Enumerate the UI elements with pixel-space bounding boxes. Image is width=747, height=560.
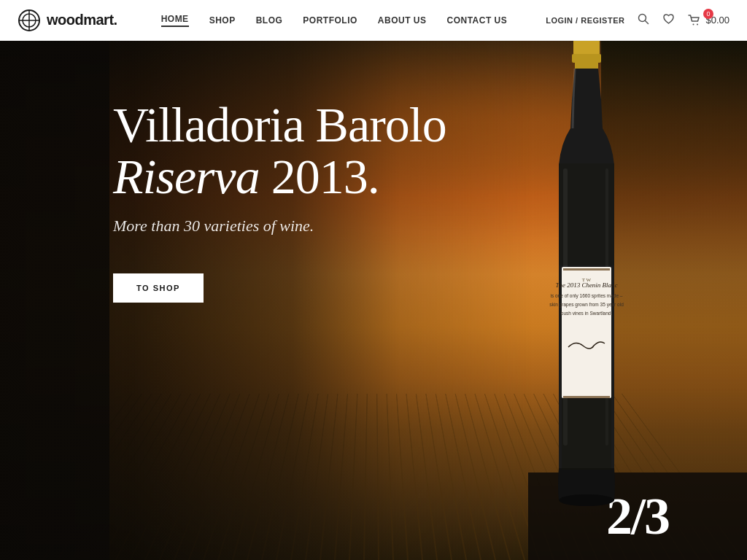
svg-rect-23 bbox=[559, 163, 614, 265]
nav-about[interactable]: ABOUT US bbox=[378, 15, 427, 26]
main-nav: HOME SHOP BLOG PORTFOLIO ABOUT US CONTAC… bbox=[161, 14, 508, 27]
svg-rect-17 bbox=[563, 396, 610, 398]
svg-rect-8 bbox=[573, 41, 600, 55]
hero-subtitle: More than 30 varieties of wine. bbox=[113, 217, 446, 236]
search-icon[interactable] bbox=[638, 13, 649, 28]
cart-button[interactable]: 0 $0.00 bbox=[688, 15, 729, 26]
nav-shop[interactable]: SHOP bbox=[209, 15, 236, 26]
nav-home[interactable]: HOME bbox=[161, 14, 189, 27]
logo-text: woodmart. bbox=[47, 12, 117, 28]
svg-point-6 bbox=[693, 23, 694, 25]
logo-icon bbox=[18, 9, 41, 32]
svg-rect-9 bbox=[572, 54, 601, 63]
hero-title-italic: Riserva bbox=[113, 149, 260, 204]
wine-bottle-svg: The 2013 Chenin Blanc is one of only 166… bbox=[521, 41, 652, 544]
svg-text:bush vines in Swartland.: bush vines in Swartland. bbox=[561, 311, 613, 316]
hero-section: Villadoria Barolo Riserva 2013. More tha… bbox=[0, 41, 747, 560]
hero-title-line1: Villadoria Barolo bbox=[113, 99, 446, 151]
svg-text:T W: T W bbox=[582, 277, 592, 283]
svg-point-12 bbox=[559, 494, 614, 506]
svg-rect-10 bbox=[575, 63, 598, 69]
shop-button[interactable]: TO SHOP bbox=[113, 273, 204, 303]
hero-content: Villadoria Barolo Riserva 2013. More tha… bbox=[113, 99, 446, 303]
logo[interactable]: woodmart. bbox=[18, 9, 117, 32]
cart-badge: 0 bbox=[703, 9, 713, 19]
nav-contact[interactable]: CONTACT US bbox=[446, 15, 507, 26]
login-register-button[interactable]: LOGIN / REGISTER bbox=[546, 16, 624, 25]
nav-portfolio[interactable]: PORTFOLIO bbox=[303, 15, 357, 26]
svg-rect-24 bbox=[562, 398, 611, 470]
wine-bottle: The 2013 Chenin Blanc is one of only 166… bbox=[521, 41, 652, 544]
header: woodmart. HOME SHOP BLOG PORTFOLIO ABOUT… bbox=[0, 0, 747, 41]
svg-text:skin grapes grown from 35 year: skin grapes grown from 35 year old bbox=[549, 302, 624, 308]
wishlist-icon[interactable] bbox=[662, 13, 675, 28]
svg-rect-16 bbox=[563, 268, 610, 271]
svg-point-7 bbox=[697, 23, 698, 25]
hero-title-line2: Riserva 2013. bbox=[113, 151, 446, 203]
nav-blog[interactable]: BLOG bbox=[256, 15, 283, 26]
hero-title-normal: 2013. bbox=[260, 149, 379, 204]
header-actions: LOGIN / REGISTER 0 $0.00 bbox=[546, 13, 729, 28]
svg-line-5 bbox=[646, 20, 649, 23]
svg-text:is one of only 1660 sprites ma: is one of only 1660 sprites made – bbox=[550, 293, 622, 299]
